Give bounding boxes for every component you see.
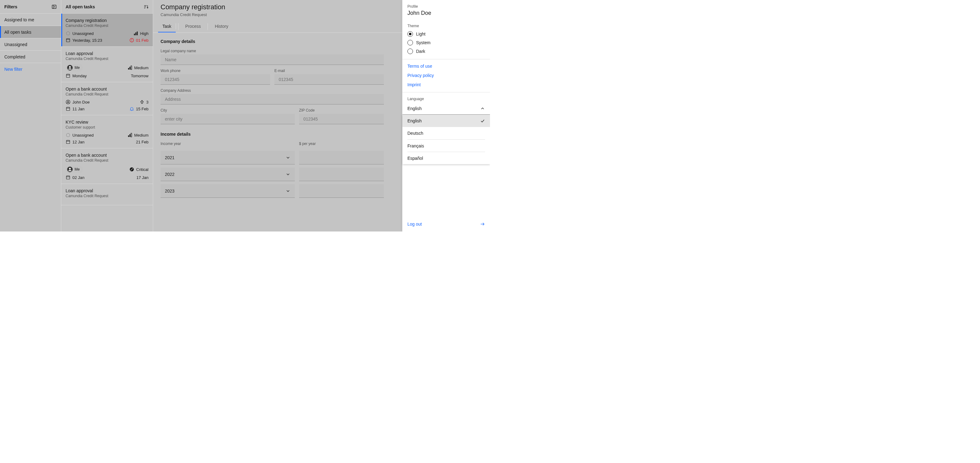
tab-process[interactable]: Process xyxy=(181,21,205,32)
income-amount-input[interactable] xyxy=(299,151,384,165)
income-year-select[interactable]: 2021 xyxy=(161,151,295,165)
language-label: Language xyxy=(402,97,490,101)
assignee-unassigned: Unassigned xyxy=(65,133,94,138)
city-input[interactable] xyxy=(161,114,295,124)
svg-rect-8 xyxy=(135,32,137,35)
filter-item[interactable]: Completed xyxy=(0,51,61,63)
theme-option[interactable]: System xyxy=(407,40,485,46)
legal-name-input[interactable] xyxy=(161,54,384,65)
filter-item[interactable]: All open tasks xyxy=(0,26,61,38)
footer-link[interactable]: Privacy policy xyxy=(407,73,485,78)
check-icon xyxy=(480,118,485,123)
work-phone-input[interactable] xyxy=(161,74,270,85)
profile-label: Profile xyxy=(407,4,485,9)
footer-link[interactable]: Imprint xyxy=(407,82,485,87)
logout-label: Log out xyxy=(407,222,422,227)
tab-task[interactable]: Task xyxy=(158,21,176,32)
task-card[interactable]: KYC review Customer support UnassignedMe… xyxy=(61,115,153,148)
priority-badge: Medium xyxy=(127,65,148,70)
theme-option-label: Dark xyxy=(416,49,425,54)
svg-rect-22 xyxy=(67,74,70,78)
task-card-title: Open a bank account xyxy=(65,153,148,158)
task-form: Company details Legal company name Work … xyxy=(153,33,391,204)
filters-panel: Filters Assigned to meAll open tasksUnas… xyxy=(0,0,61,232)
theme-option-label: Light xyxy=(416,32,425,36)
city-label: City xyxy=(161,108,295,113)
svg-point-32 xyxy=(67,133,70,137)
logout-button[interactable]: Log out xyxy=(402,217,490,232)
language-option[interactable]: Français xyxy=(407,140,485,152)
due-date: Tomorrow xyxy=(131,74,148,78)
svg-rect-7 xyxy=(134,34,135,35)
income-year-select[interactable]: 2023 xyxy=(161,184,295,198)
task-card[interactable]: Open a bank account Camundia Credit Requ… xyxy=(61,148,153,184)
svg-rect-28 xyxy=(67,107,70,111)
svg-rect-35 xyxy=(131,133,132,137)
company-section-title: Company details xyxy=(161,39,384,44)
theme-option[interactable]: Light xyxy=(407,31,485,37)
task-card-title: Open a bank account xyxy=(65,87,148,92)
assignee-unassigned: Unassigned xyxy=(65,31,94,36)
theme-option[interactable]: Dark xyxy=(407,49,485,54)
created-date: 12 Jan xyxy=(65,140,84,144)
task-card-process: Camundia Credit Request xyxy=(65,24,148,28)
language-option[interactable]: Español xyxy=(407,152,485,164)
task-card[interactable]: Loan approval Camundia Credit Request xyxy=(61,184,153,205)
priority-badge: High xyxy=(133,31,148,36)
task-card[interactable]: Open a bank account Camundia Credit Requ… xyxy=(61,82,153,115)
language-option[interactable]: Deutsch xyxy=(407,127,485,140)
legal-name-label: Legal company name xyxy=(161,49,384,53)
svg-rect-44 xyxy=(67,176,70,179)
task-card[interactable]: Loan approval Camundia Credit Request Me… xyxy=(61,47,153,82)
zip-input[interactable] xyxy=(299,114,384,124)
priority-badge: Medium xyxy=(127,133,148,138)
task-card-title: Company registration xyxy=(65,18,148,23)
income-year-select[interactable]: 2022 xyxy=(161,168,295,181)
tab-history[interactable]: History xyxy=(210,21,232,32)
task-card-process: Camundia Credit Request xyxy=(65,158,148,163)
theme-option-label: System xyxy=(416,40,431,45)
svg-rect-33 xyxy=(128,135,129,137)
language-dropdown: EnglishDeutschFrançaisEspañol xyxy=(402,115,490,164)
task-list-title: All open tasks xyxy=(65,4,95,9)
income-amount-input[interactable] xyxy=(299,184,384,198)
task-card-process: Customer support xyxy=(65,125,148,130)
filters-title: Filters xyxy=(4,4,18,9)
svg-rect-34 xyxy=(129,134,130,137)
svg-point-6 xyxy=(67,32,70,35)
income-section-title: Income details xyxy=(161,132,384,136)
email-label: E-mail xyxy=(274,69,384,73)
footer-link[interactable]: Terms of use xyxy=(407,63,485,69)
task-title: Company registration xyxy=(161,3,225,11)
chevron-down-icon xyxy=(286,172,291,177)
task-card-process: Camundia Credit Request xyxy=(65,194,148,198)
due-date-overdue: 01 Feb xyxy=(129,38,148,43)
due-date-reminder: 15 Feb xyxy=(129,106,148,111)
profile-name: John Doe xyxy=(407,10,431,16)
task-list-panel: All open tasks Company registration Camu… xyxy=(61,0,153,232)
task-card-process: Camundia Credit Request xyxy=(65,92,148,97)
email-input[interactable] xyxy=(274,74,384,85)
collapse-sidebar-icon[interactable] xyxy=(52,4,57,9)
task-card-process: Camundia Credit Request xyxy=(65,57,148,61)
new-filter-button[interactable]: New filter xyxy=(0,63,61,75)
filter-item[interactable]: Unassigned xyxy=(0,38,61,51)
svg-point-18 xyxy=(69,66,71,68)
language-select[interactable]: English xyxy=(402,102,490,115)
chevron-up-icon xyxy=(480,106,485,111)
assignee-chip-me: Me xyxy=(65,166,83,173)
income-year-label: Income year xyxy=(161,141,295,146)
language-option[interactable]: English xyxy=(402,115,490,127)
income-amount-input[interactable] xyxy=(299,168,384,181)
svg-point-41 xyxy=(69,168,71,170)
sort-icon[interactable] xyxy=(143,4,148,9)
svg-point-27 xyxy=(67,101,69,102)
task-process: Camundia Credit Request xyxy=(161,13,225,17)
task-list-header: All open tasks xyxy=(61,0,153,14)
task-card[interactable]: Company registration Camundia Credit Req… xyxy=(61,14,153,47)
task-card-title: Loan approval xyxy=(65,51,148,56)
chevron-down-icon xyxy=(286,155,291,160)
address-input[interactable] xyxy=(161,94,384,105)
svg-rect-19 xyxy=(128,68,129,70)
filter-item[interactable]: Assigned to me xyxy=(0,14,61,26)
